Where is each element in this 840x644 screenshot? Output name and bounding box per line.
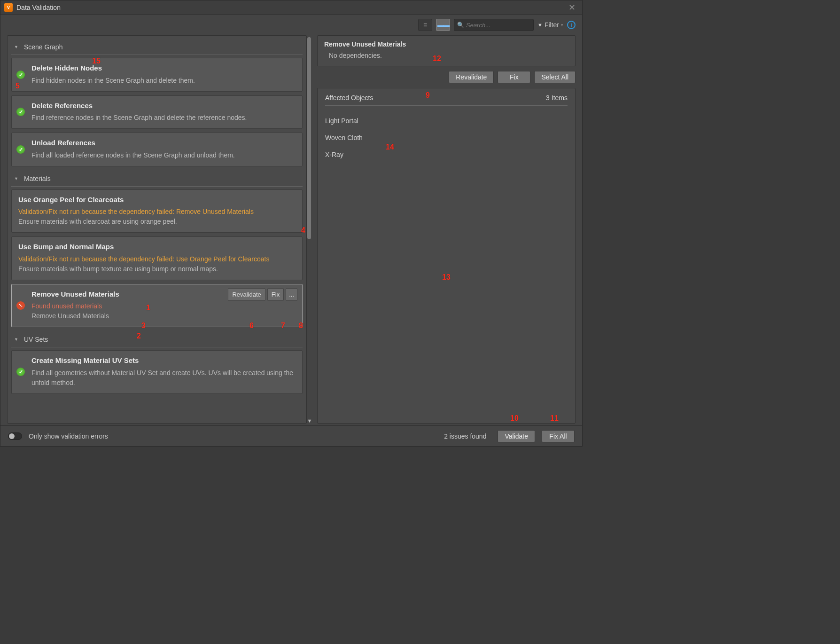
- card-fix-button[interactable]: Fix: [267, 288, 284, 301]
- card-revalidate-button[interactable]: Revalidate: [228, 288, 265, 301]
- card-desc: Find all geometries without Material UV …: [31, 368, 296, 388]
- validation-list-panel: ▼ Scene Graph ✓ Delete Hidden Nodes Find…: [7, 35, 312, 424]
- list-icon: ≡: [423, 21, 427, 29]
- issues-found-text: 2 issues found: [444, 432, 486, 440]
- group-label: Materials: [24, 175, 51, 182]
- card-unload-references[interactable]: ✓ Unload References Find all loaded refe…: [11, 133, 303, 166]
- info-icon[interactable]: i: [567, 21, 576, 29]
- fix-all-button[interactable]: Fix All: [542, 430, 575, 442]
- select-all-button[interactable]: Select All: [534, 71, 576, 83]
- dependencies-box: Remove Unused Materials No dependencies.: [317, 35, 576, 66]
- filter-icon: ▼: [537, 22, 543, 28]
- chevron-down-icon: ▼: [14, 176, 18, 181]
- affected-header: Affected Objects 3 Items: [325, 94, 568, 106]
- status-error-icon: [16, 301, 25, 310]
- scrollbar[interactable]: ▲ ▼: [307, 35, 312, 424]
- filter-dropdown[interactable]: ▼ Filter ▾: [537, 21, 563, 29]
- no-dependencies-text: No dependencies.: [324, 52, 568, 59]
- card-bump-normal[interactable]: Use Bump and Normal Maps Validation/Fix …: [11, 236, 303, 280]
- chevron-down-icon: ▾: [561, 23, 563, 27]
- affected-object-item[interactable]: X-Ray: [325, 146, 568, 163]
- card-delete-references[interactable]: ✓ Delete References Find reference nodes…: [11, 95, 303, 129]
- card-warning: Validation/Fix not run because the depen…: [18, 207, 296, 217]
- card-title: Delete References: [31, 101, 296, 111]
- validate-button[interactable]: Validate: [498, 430, 535, 442]
- search-icon: 🔍: [457, 22, 464, 28]
- validation-list: ▼ Scene Graph ✓ Delete Hidden Nodes Find…: [7, 35, 307, 424]
- close-icon[interactable]: ✕: [566, 2, 578, 13]
- card-title: Create Missing Material UV Sets: [31, 355, 296, 366]
- card-desc: Find reference nodes in the Scene Graph …: [31, 113, 296, 123]
- app-icon: V: [4, 3, 13, 12]
- group-label: UV Sets: [24, 336, 48, 343]
- card-desc: Find hidden nodes in the Scene Graph and…: [31, 76, 296, 86]
- body: ▼ Scene Graph ✓ Delete Hidden Nodes Find…: [0, 35, 582, 425]
- window-title: Data Validation: [16, 4, 61, 11]
- search-input[interactable]: [466, 22, 530, 29]
- data-validation-window: V Data Validation ✕ ≡ ▬▬ 🔍 ▼ Filter ▾ i: [0, 0, 583, 447]
- card-title: Use Bump and Normal Maps: [18, 242, 296, 252]
- only-errors-label: Only show validation errors: [29, 432, 108, 440]
- status-ok-icon: ✓: [16, 71, 25, 79]
- card-desc: Ensure materials with clearcoat are usin…: [18, 217, 296, 227]
- affected-object-item[interactable]: Woven Cloth: [325, 129, 568, 146]
- status-ok-icon: ✓: [16, 145, 25, 154]
- details-buttons: Revalidate Fix Select All: [317, 71, 576, 83]
- only-errors-toggle[interactable]: [8, 432, 22, 440]
- card-title: Delete Hidden Nodes: [31, 63, 296, 74]
- card-delete-hidden-nodes[interactable]: ✓ Delete Hidden Nodes Find hidden nodes …: [11, 58, 303, 92]
- details-title: Remove Unused Materials: [324, 40, 568, 48]
- footer: Only show validation errors 2 issues fou…: [0, 425, 582, 446]
- fix-button[interactable]: Fix: [498, 71, 530, 83]
- affected-count: 3 Items: [546, 94, 568, 102]
- grid-icon: ▬▬: [437, 21, 449, 29]
- affected-label: Affected Objects: [325, 94, 373, 102]
- group-label: Scene Graph: [24, 43, 63, 51]
- card-create-uv-sets[interactable]: ✓ Create Missing Material UV Sets Find a…: [11, 350, 303, 394]
- card-error: Found unused materials: [31, 301, 296, 311]
- card-warning: Validation/Fix not run because the depen…: [18, 254, 296, 264]
- chevron-down-icon: ▼: [14, 45, 18, 49]
- card-desc: Ensure materials with bump texture are u…: [18, 264, 296, 274]
- view-compact-button[interactable]: ≡: [418, 19, 432, 31]
- details-panel: Remove Unused Materials No dependencies.…: [317, 35, 576, 424]
- titlebar: V Data Validation ✕: [0, 0, 582, 15]
- card-remove-unused-materials[interactable]: Revalidate Fix ... Remove Unused Materia…: [11, 284, 303, 328]
- card-desc: Remove Unused Materials: [31, 311, 296, 321]
- card-orange-peel[interactable]: Use Orange Peel for Clearcoats Validatio…: [11, 189, 303, 233]
- scroll-thumb[interactable]: [307, 37, 311, 239]
- chevron-down-icon: ▼: [14, 337, 18, 342]
- affected-objects-box: Affected Objects 3 Items Light Portal Wo…: [317, 88, 576, 424]
- group-scene-graph[interactable]: ▼ Scene Graph: [11, 39, 303, 55]
- scroll-down-icon[interactable]: ▼: [307, 418, 312, 424]
- status-ok-icon: ✓: [16, 368, 25, 376]
- group-materials[interactable]: ▼ Materials: [11, 170, 303, 187]
- card-title: Unload References: [31, 138, 296, 149]
- card-inline-buttons: Revalidate Fix ...: [228, 288, 297, 301]
- group-uv-sets[interactable]: ▼ UV Sets: [11, 331, 303, 347]
- toolbar: ≡ ▬▬ 🔍 ▼ Filter ▾ i: [0, 15, 582, 35]
- status-ok-icon: ✓: [16, 108, 25, 116]
- revalidate-button[interactable]: Revalidate: [449, 71, 494, 83]
- view-detailed-button[interactable]: ▬▬: [436, 19, 450, 31]
- card-desc: Find all loaded reference nodes in the S…: [31, 150, 296, 160]
- affected-object-item[interactable]: Light Portal: [325, 112, 568, 129]
- filter-label: Filter: [544, 21, 559, 29]
- card-more-button[interactable]: ...: [286, 288, 297, 301]
- card-title: Use Orange Peel for Clearcoats: [18, 195, 296, 205]
- search-box[interactable]: 🔍: [454, 19, 534, 31]
